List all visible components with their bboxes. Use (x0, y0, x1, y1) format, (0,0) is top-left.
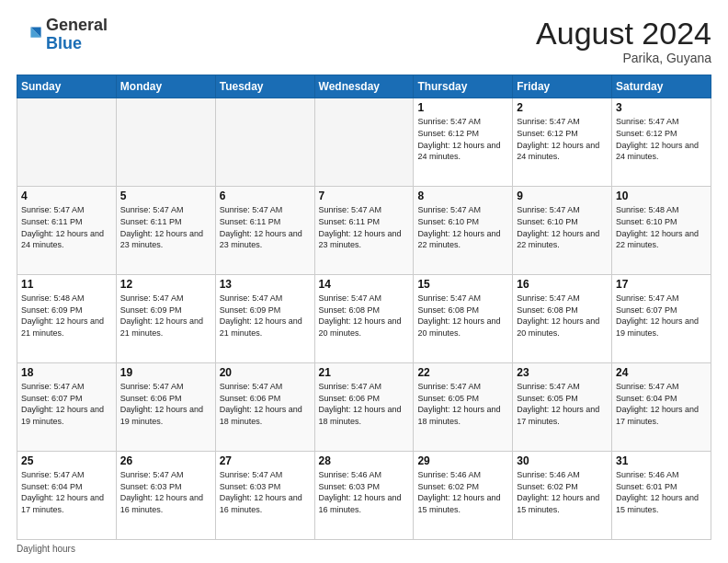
table-cell: 8Sunrise: 5:47 AMSunset: 6:10 PMDaylight… (414, 187, 513, 275)
table-cell: 12Sunrise: 5:47 AMSunset: 6:09 PMDayligh… (116, 275, 215, 363)
table-cell: 11Sunrise: 5:48 AMSunset: 6:09 PMDayligh… (17, 275, 117, 363)
day-detail: Sunrise: 5:47 AMSunset: 6:06 PMDaylight:… (220, 381, 311, 427)
table-cell: 18Sunrise: 5:47 AMSunset: 6:07 PMDayligh… (17, 363, 117, 452)
logo-blue: Blue (46, 34, 82, 52)
week-row-1: 1Sunrise: 5:47 AMSunset: 6:12 PMDaylight… (17, 98, 711, 187)
day-detail: Sunrise: 5:46 AMSunset: 6:03 PMDaylight:… (319, 469, 410, 515)
table-cell (17, 98, 117, 187)
week-row-4: 18Sunrise: 5:47 AMSunset: 6:07 PMDayligh… (17, 363, 711, 452)
day-detail: Sunrise: 5:47 AMSunset: 6:10 PMDaylight:… (517, 204, 608, 250)
day-number: 20 (220, 366, 311, 379)
table-cell: 16Sunrise: 5:47 AMSunset: 6:08 PMDayligh… (513, 275, 612, 363)
calendar-header-row: Sunday Monday Tuesday Wednesday Thursday… (17, 75, 711, 98)
table-cell: 3Sunrise: 5:47 AMSunset: 6:12 PMDaylight… (612, 98, 711, 187)
calendar: Sunday Monday Tuesday Wednesday Thursday… (17, 75, 711, 540)
week-row-3: 11Sunrise: 5:48 AMSunset: 6:09 PMDayligh… (17, 275, 711, 363)
logo: General Blue (17, 17, 108, 53)
table-cell (215, 98, 314, 187)
daylight-label: Daylight hours (17, 544, 75, 554)
day-number: 27 (220, 454, 311, 467)
day-detail: Sunrise: 5:47 AMSunset: 6:11 PMDaylight:… (319, 204, 410, 250)
day-detail: Sunrise: 5:46 AMSunset: 6:02 PMDaylight:… (517, 469, 608, 515)
table-cell: 19Sunrise: 5:47 AMSunset: 6:06 PMDayligh… (116, 363, 215, 452)
day-detail: Sunrise: 5:47 AMSunset: 6:03 PMDaylight:… (220, 469, 311, 515)
day-detail: Sunrise: 5:48 AMSunset: 6:09 PMDaylight:… (21, 293, 112, 339)
day-number: 1 (417, 101, 508, 114)
day-detail: Sunrise: 5:47 AMSunset: 6:10 PMDaylight:… (417, 204, 508, 250)
day-number: 16 (517, 278, 608, 291)
day-number: 17 (616, 278, 707, 291)
table-cell: 2Sunrise: 5:47 AMSunset: 6:12 PMDaylight… (513, 98, 612, 187)
day-number: 13 (220, 278, 311, 291)
day-detail: Sunrise: 5:47 AMSunset: 6:06 PMDaylight:… (120, 381, 211, 427)
table-cell: 20Sunrise: 5:47 AMSunset: 6:06 PMDayligh… (215, 363, 314, 452)
day-detail: Sunrise: 5:47 AMSunset: 6:12 PMDaylight:… (517, 116, 608, 162)
logo-icon (17, 22, 42, 48)
table-cell: 13Sunrise: 5:47 AMSunset: 6:09 PMDayligh… (215, 275, 314, 363)
table-cell (314, 98, 414, 187)
table-cell: 30Sunrise: 5:46 AMSunset: 6:02 PMDayligh… (513, 452, 612, 540)
location: Parika, Guyana (536, 51, 711, 65)
table-cell: 26Sunrise: 5:47 AMSunset: 6:03 PMDayligh… (116, 452, 215, 540)
table-cell: 27Sunrise: 5:47 AMSunset: 6:03 PMDayligh… (215, 452, 314, 540)
table-cell: 9Sunrise: 5:47 AMSunset: 6:10 PMDaylight… (513, 187, 612, 275)
col-wednesday: Wednesday (314, 75, 414, 98)
day-detail: Sunrise: 5:47 AMSunset: 6:11 PMDaylight:… (220, 204, 311, 250)
table-cell: 17Sunrise: 5:47 AMSunset: 6:07 PMDayligh… (612, 275, 711, 363)
table-cell: 14Sunrise: 5:47 AMSunset: 6:08 PMDayligh… (314, 275, 414, 363)
week-row-2: 4Sunrise: 5:47 AMSunset: 6:11 PMDaylight… (17, 187, 711, 275)
day-number: 23 (517, 366, 608, 379)
table-cell: 31Sunrise: 5:46 AMSunset: 6:01 PMDayligh… (612, 452, 711, 540)
day-number: 12 (120, 278, 211, 291)
day-detail: Sunrise: 5:47 AMSunset: 6:12 PMDaylight:… (417, 116, 508, 162)
day-number: 4 (21, 190, 112, 202)
day-number: 31 (616, 454, 707, 467)
col-monday: Monday (116, 75, 215, 98)
table-cell: 24Sunrise: 5:47 AMSunset: 6:04 PMDayligh… (612, 363, 711, 452)
col-saturday: Saturday (612, 75, 711, 98)
day-detail: Sunrise: 5:47 AMSunset: 6:08 PMDaylight:… (517, 293, 608, 339)
table-cell: 15Sunrise: 5:47 AMSunset: 6:08 PMDayligh… (414, 275, 513, 363)
day-number: 14 (319, 278, 410, 291)
table-cell (116, 98, 215, 187)
table-cell: 21Sunrise: 5:47 AMSunset: 6:06 PMDayligh… (314, 363, 414, 452)
table-cell: 6Sunrise: 5:47 AMSunset: 6:11 PMDaylight… (215, 187, 314, 275)
day-detail: Sunrise: 5:47 AMSunset: 6:09 PMDaylight:… (120, 293, 211, 339)
day-detail: Sunrise: 5:47 AMSunset: 6:08 PMDaylight:… (319, 293, 410, 339)
table-cell: 28Sunrise: 5:46 AMSunset: 6:03 PMDayligh… (314, 452, 414, 540)
day-detail: Sunrise: 5:47 AMSunset: 6:12 PMDaylight:… (616, 116, 707, 162)
day-detail: Sunrise: 5:47 AMSunset: 6:07 PMDaylight:… (616, 293, 707, 339)
day-detail: Sunrise: 5:47 AMSunset: 6:03 PMDaylight:… (120, 469, 211, 515)
day-number: 29 (417, 454, 508, 467)
day-detail: Sunrise: 5:46 AMSunset: 6:02 PMDaylight:… (417, 469, 508, 515)
day-number: 9 (517, 190, 608, 202)
day-number: 3 (616, 101, 707, 114)
day-detail: Sunrise: 5:47 AMSunset: 6:05 PMDaylight:… (417, 381, 508, 427)
day-detail: Sunrise: 5:47 AMSunset: 6:11 PMDaylight:… (120, 204, 211, 250)
day-number: 26 (120, 454, 211, 467)
day-number: 6 (220, 190, 311, 202)
table-cell: 4Sunrise: 5:47 AMSunset: 6:11 PMDaylight… (17, 187, 117, 275)
day-number: 7 (319, 190, 410, 202)
day-detail: Sunrise: 5:47 AMSunset: 6:04 PMDaylight:… (21, 469, 112, 515)
table-cell: 1Sunrise: 5:47 AMSunset: 6:12 PMDaylight… (414, 98, 513, 187)
day-number: 8 (417, 190, 508, 202)
day-number: 24 (616, 366, 707, 379)
day-detail: Sunrise: 5:47 AMSunset: 6:04 PMDaylight:… (616, 381, 707, 427)
day-detail: Sunrise: 5:47 AMSunset: 6:06 PMDaylight:… (319, 381, 410, 427)
table-cell: 25Sunrise: 5:47 AMSunset: 6:04 PMDayligh… (17, 452, 117, 540)
day-detail: Sunrise: 5:48 AMSunset: 6:10 PMDaylight:… (616, 204, 707, 250)
col-friday: Friday (513, 75, 612, 98)
col-thursday: Thursday (414, 75, 513, 98)
day-number: 18 (21, 366, 112, 379)
table-cell: 22Sunrise: 5:47 AMSunset: 6:05 PMDayligh… (414, 363, 513, 452)
header: General Blue August 2024 Parika, Guyana (17, 17, 711, 65)
week-row-5: 25Sunrise: 5:47 AMSunset: 6:04 PMDayligh… (17, 452, 711, 540)
day-number: 21 (319, 366, 410, 379)
day-number: 11 (21, 278, 112, 291)
table-cell: 29Sunrise: 5:46 AMSunset: 6:02 PMDayligh… (414, 452, 513, 540)
table-cell: 10Sunrise: 5:48 AMSunset: 6:10 PMDayligh… (612, 187, 711, 275)
day-detail: Sunrise: 5:47 AMSunset: 6:08 PMDaylight:… (417, 293, 508, 339)
footer-note: Daylight hours (17, 544, 711, 554)
day-number: 15 (417, 278, 508, 291)
